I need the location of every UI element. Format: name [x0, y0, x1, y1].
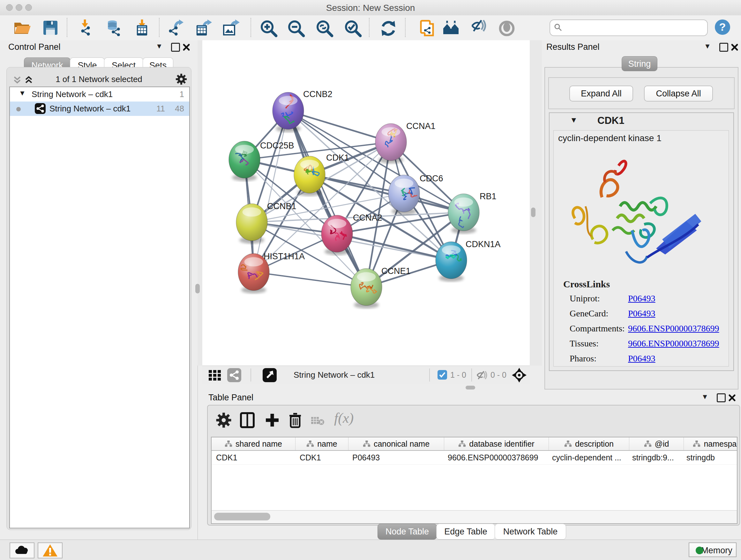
network-row[interactable]: String Network – cdk1 11 48 [10, 102, 189, 116]
results-panel-menu-icon[interactable]: ▼ [704, 42, 711, 51]
collapse-all-button[interactable]: Collapse All [644, 85, 713, 102]
network-node-CCNE1[interactable]: CCNE1 [351, 266, 411, 308]
table-panel-menu-icon[interactable]: ▼ [701, 393, 709, 401]
open-session-button[interactable] [13, 19, 31, 36]
help-button[interactable]: ? [714, 19, 731, 36]
import-database-button[interactable] [104, 19, 122, 36]
crosslink-link[interactable]: P06493 [628, 308, 656, 319]
gene-collapse-icon[interactable]: ▼ [570, 116, 578, 125]
network-node-CCNA1[interactable]: CCNA1 [375, 121, 435, 164]
zoom-fit-button[interactable] [316, 19, 333, 36]
network-node-RB1[interactable]: RB1 [448, 192, 496, 234]
left-splitter-handle[interactable] [195, 284, 200, 294]
gene-description: cyclin-dependent kinase 1 [558, 133, 662, 143]
export-image-button[interactable] [222, 19, 240, 36]
selected-checkbox-icon[interactable] [437, 370, 447, 380]
results-panel-float-icon[interactable] [719, 43, 728, 52]
network-options-gear-icon[interactable] [175, 73, 187, 85]
crosslink-link[interactable]: 9606.ENSP00000378699 [628, 323, 719, 334]
crosslink-link[interactable]: 9606.ENSP00000378699 [628, 338, 719, 349]
create-column-plus-icon[interactable] [264, 412, 280, 428]
table-cell[interactable]: CDK1 [295, 451, 348, 464]
table-panel-close-icon[interactable] [728, 394, 736, 401]
tab-node-table[interactable]: Node Table [378, 523, 437, 540]
memory-button[interactable]: Memory [689, 543, 737, 557]
search-input[interactable] [565, 21, 704, 34]
table-cell[interactable]: stringdb [682, 451, 738, 464]
network-edge-HIST1H1A-CCNE1[interactable] [254, 272, 366, 287]
birds-eye-view-icon[interactable] [208, 369, 223, 381]
control-panel-menu-icon[interactable]: ▼ [156, 42, 163, 51]
delete-column-trash-icon[interactable] [287, 412, 304, 428]
network-node-CDC25B[interactable]: CDC25B [229, 141, 294, 181]
export-table-button[interactable] [195, 19, 212, 36]
column-header-shared-name[interactable]: shared name [212, 437, 295, 450]
network-collection-row[interactable]: ▼ String Network – cdk1 1 [10, 87, 189, 102]
export-network-button[interactable] [167, 19, 185, 36]
fit-selected-crosshair-icon[interactable] [512, 368, 527, 382]
network-view[interactable]: CCNB2CCNA1CDC25BCDK1CDC6RB1CCNB1CCNA2CDK… [202, 40, 530, 366]
table-cell[interactable]: stringdb:9... [628, 451, 682, 464]
network-edge-CCNA2-CDKN1A[interactable] [337, 234, 451, 260]
cloud-status-button[interactable] [10, 543, 35, 558]
column-header-description[interactable]: description [549, 437, 629, 450]
open-in-string-icon[interactable] [263, 368, 277, 382]
function-builder-icon[interactable]: f(x) [334, 410, 354, 426]
network-edge-CCNB2-CCNA1[interactable] [288, 111, 391, 142]
network-view-toolbar: String Network – cdk1 1 - 0 0 - 0 [202, 366, 530, 384]
string-view-badge-icon[interactable] [227, 368, 241, 382]
column-header-namespace[interactable]: namespace [684, 437, 738, 450]
table-cell[interactable]: P06493 [348, 451, 443, 464]
column-header--id[interactable]: @id [629, 437, 684, 450]
node-label-CCNB2: CCNB2 [303, 89, 333, 99]
column-flow-icon [225, 440, 232, 448]
column-header-name[interactable]: name [295, 437, 348, 450]
title-bar: Session: New Session [0, 0, 741, 16]
table-cell[interactable]: cyclin-dependent ... [548, 451, 628, 464]
bottom-splitter-handle[interactable] [466, 386, 475, 389]
first-neighbors-button[interactable] [442, 19, 460, 36]
node-label-CCNA1: CCNA1 [406, 121, 435, 131]
table-cell[interactable]: 9606.ENSP00000378699 [443, 451, 548, 464]
crosslink-link[interactable]: P06493 [628, 294, 656, 304]
node-label-CDC6: CDC6 [420, 174, 443, 183]
save-session-button[interactable] [42, 19, 59, 36]
collection-expand-icon[interactable]: ▼ [19, 86, 26, 100]
table-panel-float-icon[interactable] [717, 393, 726, 402]
delete-table-icon[interactable] [311, 416, 325, 426]
control-panel-float-icon[interactable] [171, 43, 180, 52]
crosslink-label: Compartments: [569, 323, 625, 334]
show-columns-icon[interactable] [239, 412, 256, 428]
network-node-CCNB2[interactable]: CCNB2 [273, 89, 333, 132]
import-table-button[interactable] [134, 19, 151, 36]
clone-network-button[interactable] [419, 19, 437, 36]
table-cell[interactable]: CDK1 [212, 451, 295, 464]
network-node-CDKN1A[interactable]: CDKN1A [435, 240, 501, 282]
column-header-database-identifier[interactable]: database identifier [444, 437, 549, 450]
network-node-CCNB1[interactable]: CCNB1 [236, 201, 296, 244]
show-all-button[interactable] [498, 19, 516, 36]
network-node-HIST1H1A[interactable]: HIST1H1A [238, 252, 305, 294]
table-scrollbar-thumb[interactable] [214, 513, 270, 520]
warnings-button[interactable] [38, 543, 63, 558]
string-network-icon [35, 103, 46, 114]
tab-network-table[interactable]: Network Table [495, 523, 566, 540]
right-splitter-handle[interactable] [531, 207, 536, 217]
table-row[interactable]: CDK1CDK1P064939606.ENSP00000378699cyclin… [212, 451, 737, 464]
results-panel-close-icon[interactable] [731, 44, 738, 51]
crosslink-row: Tissues:9606.ENSP00000378699 [554, 338, 729, 354]
hide-selected-button[interactable] [470, 19, 488, 36]
column-header-canonical-name[interactable]: canonical name [348, 437, 444, 450]
crosslink-link[interactable]: P06493 [628, 354, 656, 364]
expand-all-button[interactable]: Expand All [569, 85, 633, 102]
zoom-in-button[interactable] [260, 19, 278, 36]
network-edge-CCNB2-HIST1H1A[interactable] [254, 111, 288, 272]
import-network-button[interactable] [78, 19, 96, 36]
tab-edge-table[interactable]: Edge Table [436, 523, 495, 540]
tab-string[interactable]: String [622, 56, 657, 71]
control-panel-close-icon[interactable] [183, 44, 190, 51]
refresh-button[interactable] [380, 19, 397, 36]
zoom-selected-button[interactable] [344, 19, 362, 36]
zoom-out-button[interactable] [287, 19, 305, 36]
table-options-gear-icon[interactable] [215, 412, 232, 428]
